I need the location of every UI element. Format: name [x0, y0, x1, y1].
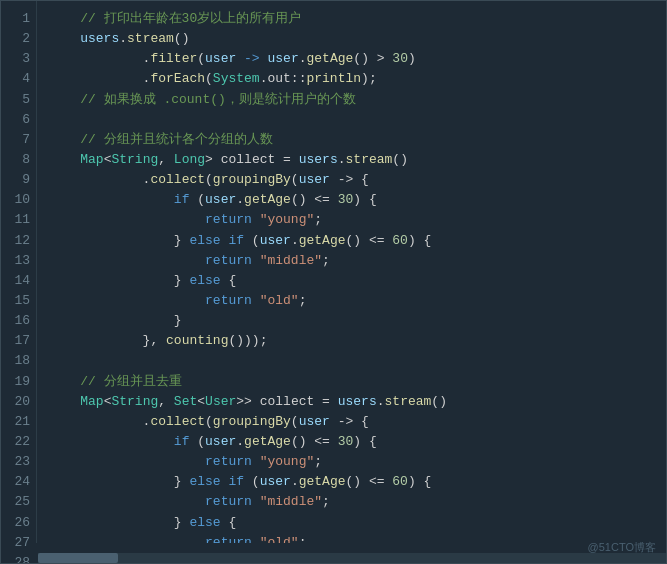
code-token: () <=	[291, 432, 338, 452]
code-token	[49, 291, 205, 311]
code-token: user	[205, 49, 236, 69]
code-line: // 打印出年龄在30岁以上的所有用户	[49, 9, 658, 29]
line-number: 19	[9, 372, 30, 392]
code-token: "young"	[260, 452, 315, 472]
code-token: else if	[189, 472, 244, 492]
code-token: (	[291, 412, 299, 432]
code-token: else	[189, 513, 220, 533]
code-token: ,	[158, 392, 174, 412]
code-token: {	[221, 513, 237, 533]
code-token: println	[306, 69, 361, 89]
code-token: (	[291, 170, 299, 190]
code-token: () <=	[291, 190, 338, 210]
line-number: 9	[9, 170, 30, 190]
code-token: ()	[174, 29, 190, 49]
line-number: 26	[9, 513, 30, 533]
line-number: 5	[9, 90, 30, 110]
code-token: () <=	[346, 472, 393, 492]
code-token: 30	[338, 190, 354, 210]
code-line: // 分组并且去重	[49, 372, 658, 392]
line-number: 11	[9, 210, 30, 230]
code-line	[49, 110, 658, 130]
code-token: collect	[150, 170, 205, 190]
line-number: 8	[9, 150, 30, 170]
code-token: ,	[158, 150, 174, 170]
code-token: );	[361, 69, 377, 89]
code-line: .forEach(System.out::println);	[49, 69, 658, 89]
code-token: (	[197, 49, 205, 69]
code-token: ()));	[228, 331, 267, 351]
line-numbers: 1234567891011121314151617181920212223242…	[1, 1, 37, 543]
code-line: } else {	[49, 271, 658, 291]
code-line: return "middle";	[49, 492, 658, 512]
code-token: users	[80, 29, 119, 49]
code-token: (	[205, 170, 213, 190]
code-content[interactable]: // 打印出年龄在30岁以上的所有用户 users.stream() .filt…	[37, 1, 666, 543]
code-line: // 如果换成 .count()，则是统计用户的个数	[49, 90, 658, 110]
code-token	[49, 392, 80, 412]
code-line: } else if (user.getAge() <= 60) {	[49, 472, 658, 492]
code-line: } else if (user.getAge() <= 60) {	[49, 231, 658, 251]
code-token	[49, 251, 205, 271]
line-number: 21	[9, 412, 30, 432]
code-token: .	[49, 412, 150, 432]
line-number: 1	[9, 9, 30, 29]
code-token: Map	[80, 150, 103, 170]
code-token: .	[236, 190, 244, 210]
code-token: "middle"	[260, 492, 322, 512]
code-token: groupingBy	[213, 170, 291, 190]
code-line: if (user.getAge() <= 30) {	[49, 432, 658, 452]
code-token: getAge	[307, 49, 354, 69]
code-token: if	[174, 432, 190, 452]
code-token: () <=	[346, 231, 393, 251]
code-token: ;	[299, 291, 307, 311]
code-token: <	[104, 150, 112, 170]
code-token: stream	[346, 150, 393, 170]
code-token: .	[49, 49, 150, 69]
code-token: ->	[236, 49, 267, 69]
code-line: return "old";	[49, 533, 658, 543]
line-number: 18	[9, 351, 30, 371]
code-token: "old"	[260, 533, 299, 543]
line-number: 10	[9, 190, 30, 210]
code-token: .	[236, 432, 244, 452]
code-token: (	[205, 412, 213, 432]
line-number: 2	[9, 29, 30, 49]
code-token: // 分组并且去重	[49, 372, 182, 392]
code-token: return	[205, 210, 252, 230]
code-token: else if	[189, 231, 244, 251]
code-token: }	[49, 271, 189, 291]
code-token: ) {	[353, 190, 376, 210]
code-token: filter	[150, 49, 197, 69]
code-token: 60	[392, 231, 408, 251]
code-token: > collect =	[205, 150, 299, 170]
code-token: return	[205, 492, 252, 512]
code-token: (	[205, 69, 213, 89]
code-token: users	[299, 150, 338, 170]
code-line: users.stream()	[49, 29, 658, 49]
code-token: // 分组并且统计各个分组的人数	[49, 130, 273, 150]
code-token: (	[244, 472, 260, 492]
code-token: ) {	[408, 231, 431, 251]
code-token: .	[291, 472, 299, 492]
horizontal-scrollbar[interactable]	[38, 553, 666, 563]
code-token: ;	[299, 533, 307, 543]
code-token	[252, 492, 260, 512]
code-token: .	[338, 150, 346, 170]
code-token	[49, 492, 205, 512]
code-token: stream	[127, 29, 174, 49]
code-token: .	[119, 29, 127, 49]
code-token: collect	[150, 412, 205, 432]
code-token: groupingBy	[213, 412, 291, 432]
code-token: getAge	[299, 472, 346, 492]
code-token: },	[49, 331, 166, 351]
code-token: getAge	[299, 231, 346, 251]
line-number: 23	[9, 452, 30, 472]
line-number: 4	[9, 69, 30, 89]
code-token	[252, 210, 260, 230]
scrollbar-thumb[interactable]	[38, 553, 118, 563]
code-token: "young"	[260, 210, 315, 230]
code-editor: 1234567891011121314151617181920212223242…	[0, 0, 667, 564]
code-token: .	[49, 69, 150, 89]
code-token: -> {	[330, 170, 369, 190]
